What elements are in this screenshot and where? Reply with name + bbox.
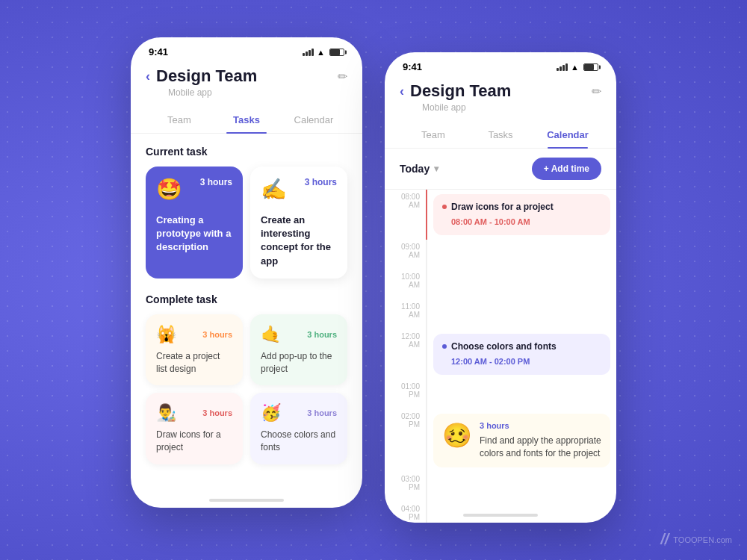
- time-content-0300: [427, 472, 616, 478]
- event-card-apply-colors[interactable]: 🥴 3 hours Find and apply the appropriate…: [433, 414, 610, 467]
- event-title-icons: Draw icons for a project: [451, 202, 554, 212]
- complete-title-4: Choose colors and fonts: [261, 429, 337, 454]
- wifi-icon-right: ▲: [571, 63, 579, 72]
- complete-emoji-2: 🤙: [261, 325, 281, 344]
- complete-hours-1: 3 hours: [202, 330, 232, 339]
- complete-hours-2: 3 hours: [307, 330, 337, 339]
- time-label-1200: 12:00 AM: [385, 329, 426, 349]
- complete-emoji-3: 👨‍🎨: [156, 403, 176, 423]
- task-title-concept: Create an interesting concept for the ap…: [261, 214, 337, 268]
- subtitle-right: Mobile app: [422, 102, 601, 113]
- watermark-slash: //: [660, 531, 669, 548]
- page-title-right: Design Team: [410, 81, 592, 101]
- back-button-left[interactable]: ‹: [146, 69, 150, 84]
- header-left: ‹ Design Team ✏ Mobile app: [131, 62, 362, 107]
- time-content-1000: [427, 270, 616, 276]
- complete-card-header-4: 🥳 3 hours: [261, 403, 337, 423]
- time-label-0100: 01:00 PM: [385, 379, 426, 399]
- tab-team-right[interactable]: Team: [400, 122, 467, 148]
- watermark-text: TOOOPEN.com: [673, 535, 732, 544]
- task-card-prototype[interactable]: 🤩 3 hours Creating a prototype with a de…: [146, 167, 243, 279]
- task-title-prototype: Creating a prototype with a description: [156, 214, 232, 255]
- time-label-0300: 03:00 PM: [385, 472, 426, 491]
- edit-icon-right[interactable]: ✏: [592, 84, 601, 99]
- time-label-1100: 11:00 AM: [385, 299, 426, 319]
- complete-emoji-1: 🙀: [156, 325, 176, 344]
- time-content-0200: 🥴 3 hours Find and apply the appropriate…: [427, 409, 616, 472]
- time-row-0300: 03:00 PM: [385, 472, 616, 502]
- page-title-left: Design Team: [156, 66, 338, 86]
- task-hours-concept: 3 hours: [305, 177, 337, 187]
- task-card-header: 🤩 3 hours: [156, 177, 232, 208]
- phone-left: 9:41 ▲ ‹ Design Team ✏ Mobi: [131, 37, 362, 508]
- task-card-concept[interactable]: ✍️ 3 hours Create an interesting concept…: [250, 167, 347, 279]
- edit-icon-left[interactable]: ✏: [338, 69, 347, 84]
- complete-card-popup[interactable]: 🤙 3 hours Add pop-up to the project: [250, 314, 347, 386]
- time-content-0900: [427, 240, 616, 246]
- home-indicator-left: [209, 499, 284, 502]
- complete-card-header-2: 🤙 3 hours: [261, 325, 337, 344]
- calendar-content: 08:00 AM Draw icons for a project 08:00 …: [385, 190, 616, 523]
- event-card-icons[interactable]: Draw icons for a project 08:00 AM - 10:0…: [433, 194, 610, 235]
- event-time-colors: 12:00 AM - 02:00 PM: [451, 357, 530, 366]
- complete-hours-3: 3 hours: [202, 408, 232, 417]
- complete-card-icons[interactable]: 👨‍🎨 3 hours Draw icons for a project: [146, 393, 243, 464]
- event-title-row-icons: Draw icons for a project: [442, 202, 601, 212]
- tab-calendar-right[interactable]: Calendar: [534, 122, 601, 148]
- time-label-0900: 09:00 AM: [385, 240, 426, 259]
- back-button-right[interactable]: ‹: [400, 84, 404, 99]
- tab-team-left[interactable]: Team: [146, 107, 213, 133]
- add-time-button[interactable]: + Add time: [532, 158, 601, 180]
- phone-right: 9:41 ▲ ‹ Design Team ✏ Mobi: [385, 52, 616, 523]
- event-hours-apply: 3 hours: [480, 421, 601, 430]
- time-content-1100: [427, 299, 616, 305]
- complete-title-1: Create a project list design: [156, 350, 232, 376]
- task-hours-prototype: 3 hours: [200, 177, 232, 187]
- time-row-1000: 10:00 AM: [385, 270, 616, 299]
- time-label-1000: 10:00 AM: [385, 270, 426, 289]
- time-row-0200: 02:00 PM 🥴 3 hours Find and apply the ap…: [385, 409, 616, 472]
- header-right: ‹ Design Team ✏ Mobile app: [385, 77, 616, 122]
- header-nav-right: ‹ Design Team ✏: [400, 81, 601, 101]
- event-dot-red: [442, 205, 447, 209]
- calendar-header: Today ▾ + Add time: [385, 149, 616, 190]
- tabs-right: Team Tasks Calendar: [385, 122, 616, 149]
- tab-calendar-left[interactable]: Calendar: [280, 107, 347, 133]
- header-nav-left: ‹ Design Team ✏: [146, 66, 347, 86]
- task-emoji-concept: ✍️: [261, 177, 287, 202]
- time-row-0900: 09:00 AM: [385, 240, 616, 270]
- complete-hours-4: 3 hours: [307, 408, 337, 417]
- home-indicator-right: [463, 514, 538, 517]
- battery-icon-right: [583, 63, 598, 71]
- time-content-0800: Draw icons for a project 08:00 AM - 10:0…: [427, 190, 616, 240]
- complete-card-list-design[interactable]: 🙀 3 hours Create a project list design: [146, 314, 243, 386]
- complete-card-header-1: 🙀 3 hours: [156, 325, 232, 344]
- time-left: 9:41: [149, 46, 168, 57]
- event-card-colors[interactable]: Choose colors and fonts 12:00 AM - 02:00…: [433, 334, 610, 375]
- tabs-left: Team Tasks Calendar: [131, 107, 362, 134]
- period-dropdown[interactable]: Today ▾: [400, 163, 438, 175]
- task-emoji-prototype: 🤩: [156, 177, 182, 202]
- tab-tasks-left[interactable]: Tasks: [213, 107, 280, 133]
- period-label: Today: [400, 163, 430, 175]
- event-emoji-apply: 🥴: [442, 421, 472, 460]
- time-right: 9:41: [403, 61, 422, 72]
- time-row-0400: 04:00 PM: [385, 502, 616, 523]
- time-content-0100: [427, 379, 616, 385]
- event-time-icons: 08:00 AM - 10:00 AM: [451, 217, 530, 226]
- time-label-0400: 04:00 PM: [385, 502, 426, 521]
- event-title-colors: Choose colors and fonts: [451, 341, 557, 352]
- status-icons-right: ▲: [557, 63, 598, 72]
- battery-icon: [329, 49, 344, 56]
- time-row-1200: 12:00 AM Choose colors and fonts 12:00 A…: [385, 329, 616, 379]
- complete-card-colors[interactable]: 🥳 3 hours Choose colors and fonts: [250, 393, 347, 464]
- wifi-icon: ▲: [317, 48, 325, 57]
- tab-tasks-right[interactable]: Tasks: [467, 122, 534, 148]
- time-content-0400: [427, 502, 616, 508]
- time-label-0200: 02:00 PM: [385, 409, 426, 429]
- phones-container: 9:41 ▲ ‹ Design Team ✏ Mobi: [131, 37, 616, 523]
- chevron-down-icon: ▾: [434, 164, 438, 174]
- complete-card-header-3: 👨‍🎨 3 hours: [156, 403, 232, 423]
- complete-title-2: Add pop-up to the project: [261, 350, 337, 376]
- event-detail-apply: 3 hours Find and apply the appropriate c…: [480, 421, 601, 460]
